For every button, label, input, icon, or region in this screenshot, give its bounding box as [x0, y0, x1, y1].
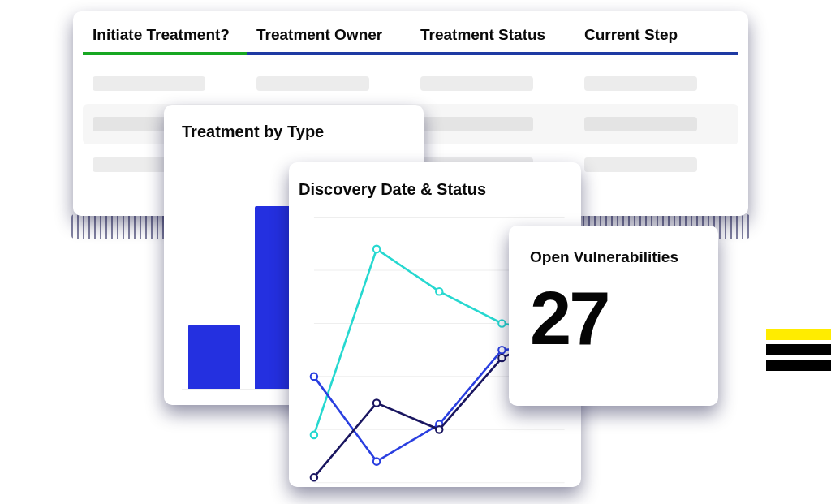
data-point	[498, 355, 505, 361]
skeleton-placeholder	[93, 76, 205, 91]
column-header[interactable]: Treatment Status	[411, 26, 575, 55]
table-cell	[411, 76, 575, 91]
skeleton-placeholder	[584, 117, 697, 131]
column-header[interactable]: Initiate Treatment?	[83, 26, 247, 55]
column-header[interactable]: Treatment Owner	[247, 26, 411, 55]
bar	[188, 325, 240, 389]
card-title: Discovery Date & Status	[299, 180, 571, 199]
open-vulnerabilities-card: Open Vulnerabilities 27	[509, 226, 718, 406]
skeleton-placeholder	[420, 117, 533, 131]
table-cell	[411, 117, 575, 131]
data-point	[373, 399, 380, 406]
data-point	[436, 288, 442, 295]
decor-stripe-black	[766, 344, 831, 355]
table-row[interactable]	[83, 63, 738, 104]
column-header[interactable]: Current Step	[575, 26, 738, 55]
metric-title: Open Vulnerabilities	[530, 248, 697, 266]
table-cell	[575, 76, 738, 91]
data-point	[436, 426, 442, 433]
data-point	[311, 373, 317, 380]
data-point	[373, 246, 380, 252]
data-point	[311, 474, 317, 480]
table-cell	[575, 117, 738, 131]
card-title: Treatment by Type	[182, 123, 406, 141]
skeleton-placeholder	[420, 76, 533, 91]
skeleton-placeholder	[584, 76, 697, 91]
data-point	[498, 347, 505, 353]
skeleton-placeholder	[584, 157, 697, 172]
data-point	[373, 458, 380, 464]
table-cell	[247, 76, 411, 91]
table-cell	[83, 76, 247, 91]
metric-value: 27	[530, 281, 697, 355]
data-point	[498, 320, 505, 326]
table-cell	[575, 157, 738, 172]
skeleton-placeholder	[256, 76, 369, 91]
data-point	[311, 432, 317, 438]
table-header-row: Initiate Treatment?Treatment OwnerTreatm…	[83, 26, 738, 55]
decor-stripe-yellow	[766, 329, 831, 340]
decor-stripe-black	[766, 360, 831, 371]
